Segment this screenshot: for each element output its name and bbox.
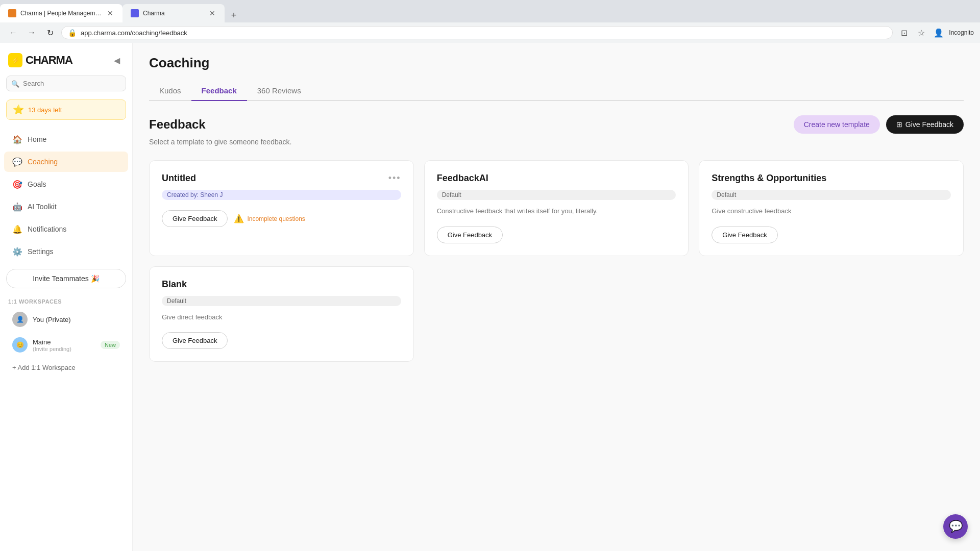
profile-icon[interactable]: 👤: [932, 26, 946, 40]
page-title: Coaching: [149, 55, 964, 71]
home-label: Home: [28, 135, 46, 143]
section-title: Feedback: [149, 117, 206, 132]
card-untitled-menu[interactable]: •••: [388, 173, 401, 184]
card-feedbackai: FeedbackAI Default Constructive feedback…: [424, 160, 689, 256]
sidebar: ⚡ CHARMA ◀ 🔍 ⭐ 13 days left 🏠 Home 💬 Coa…: [0, 43, 133, 551]
workspace-maine[interactable]: 😊 Maine (Invite pending) New: [4, 333, 128, 357]
address-bar[interactable]: 🔒: [61, 26, 893, 39]
sidebar-item-home[interactable]: 🏠 Home: [4, 129, 128, 149]
workspaces-section-label: 1:1 Workspaces: [0, 294, 132, 307]
goals-label: Goals: [28, 180, 46, 188]
ai-toolkit-icon: 🤖: [12, 202, 22, 212]
warning-icon: ⚠️: [234, 214, 244, 223]
section-subtitle: Select a template to give someone feedba…: [149, 138, 964, 146]
card-strengths-give-feedback-button[interactable]: Give Feedback: [712, 227, 777, 243]
lock-icon: 🔒: [68, 29, 77, 37]
ai-toolkit-label: AI Toolkit: [28, 203, 57, 211]
new-tab-button[interactable]: +: [227, 8, 241, 22]
tab-close-1[interactable]: ✕: [106, 8, 114, 18]
add-workspace-button[interactable]: + Add 1:1 Workspace: [4, 360, 128, 375]
invite-teammates-button[interactable]: Invite Teammates 🎉: [6, 269, 126, 288]
coaching-label: Coaching: [28, 158, 58, 166]
sidebar-item-coaching[interactable]: 💬 Coaching: [4, 152, 128, 172]
main-content: Coaching Kudos Feedback 360 Reviews Feed…: [133, 43, 980, 551]
sidebar-collapse-button[interactable]: ◀: [110, 53, 124, 67]
card-feedbackai-give-feedback-button[interactable]: Give Feedback: [437, 227, 503, 243]
card-feedbackai-badge: Default: [437, 190, 676, 200]
card-blank-badge: Default: [162, 296, 401, 306]
invite-label: Invite Teammates 🎉: [33, 274, 99, 283]
card-strengths-title: Strengths & Opportunities: [712, 173, 826, 184]
workspace-avatar-maine: 😊: [12, 337, 28, 353]
workspace-sub-maine: (Invite pending): [33, 346, 95, 352]
trial-text: 13 days left: [28, 106, 62, 114]
sidebar-item-settings[interactable]: ⚙️ Settings: [4, 241, 128, 262]
search-icon: 🔍: [11, 80, 19, 87]
sidebar-item-goals[interactable]: 🎯 Goals: [4, 174, 128, 194]
card-untitled-title: Untitled: [162, 173, 196, 184]
cast-icon[interactable]: ⊡: [897, 26, 911, 40]
workspace-avatar-private: 👤: [12, 312, 28, 327]
card-strengths: Strengths & Opportunities Default Give c…: [699, 160, 964, 256]
tab-favicon-2: [131, 9, 139, 17]
browser-tab-1[interactable]: Charma | People Management S... ✕: [0, 4, 122, 22]
card-untitled-give-feedback-button[interactable]: Give Feedback: [162, 210, 228, 227]
tab-feedback[interactable]: Feedback: [191, 81, 247, 100]
card-untitled: Untitled ••• Created by: Sheen J Give Fe…: [149, 160, 414, 256]
sidebar-search: 🔍: [6, 76, 126, 91]
card-untitled-header: Untitled •••: [162, 173, 401, 184]
section-header: Feedback Create new template ⊞ Give Feed…: [149, 115, 964, 134]
card-blank-description: Give direct feedback: [162, 312, 401, 322]
workspace-info-private: You (Private): [33, 316, 120, 323]
give-feedback-icon: ⊞: [896, 120, 902, 129]
tab-close-2[interactable]: ✕: [208, 8, 216, 18]
card-untitled-footer: Give Feedback ⚠️ Incomplete questions: [162, 210, 401, 227]
settings-icon: ⚙️: [12, 246, 22, 257]
bookmark-icon[interactable]: ☆: [914, 26, 928, 40]
give-feedback-header-button[interactable]: ⊞ Give Feedback: [886, 115, 964, 134]
search-input[interactable]: [6, 76, 126, 91]
tab-title-1: Charma | People Management S...: [20, 10, 102, 17]
goals-icon: 🎯: [12, 179, 22, 189]
add-workspace-label: + Add 1:1 Workspace: [12, 364, 76, 371]
sidebar-item-notifications[interactable]: 🔔 Notifications: [4, 219, 128, 239]
trial-icon: ⭐: [13, 104, 24, 115]
card-blank-give-feedback-button[interactable]: Give Feedback: [162, 332, 228, 349]
notifications-label: Notifications: [28, 225, 66, 233]
browser-controls: ← → ↻ 🔒 ⊡ ☆ 👤 Incognito: [0, 22, 980, 43]
card-feedbackai-title: FeedbackAI: [437, 173, 488, 184]
card-blank-header: Blank: [162, 279, 401, 290]
app-layout: ⚡ CHARMA ◀ 🔍 ⭐ 13 days left 🏠 Home 💬 Coa…: [0, 43, 980, 551]
cards-grid: Untitled ••• Created by: Sheen J Give Fe…: [149, 160, 964, 362]
card-strengths-footer: Give Feedback: [712, 227, 951, 243]
card-feedbackai-description: Constructive feedback that writes itself…: [437, 206, 676, 216]
sidebar-item-ai-toolkit[interactable]: 🤖 AI Toolkit: [4, 196, 128, 217]
header-actions: Create new template ⊞ Give Feedback: [794, 115, 964, 134]
coaching-icon: 💬: [12, 157, 22, 167]
forward-button[interactable]: →: [24, 26, 39, 40]
card-strengths-badge: Default: [712, 190, 951, 200]
card-untitled-badge: Created by: Sheen J: [162, 190, 401, 200]
tabs: Kudos Feedback 360 Reviews: [149, 81, 964, 101]
workspace-private[interactable]: 👤 You (Private): [4, 308, 128, 331]
workspace-info-maine: Maine (Invite pending): [33, 338, 95, 352]
give-feedback-header-label: Give Feedback: [905, 120, 953, 129]
browser-right-icons: ⊡ ☆ 👤 Incognito: [897, 26, 974, 40]
refresh-button[interactable]: ↻: [43, 26, 57, 40]
card-strengths-header: Strengths & Opportunities: [712, 173, 951, 184]
card-strengths-description: Give constructive feedback: [712, 206, 951, 216]
back-button[interactable]: ←: [6, 26, 20, 40]
browser-chrome: Charma | People Management S... ✕ Charma…: [0, 0, 980, 43]
card-blank: Blank Default Give direct feedback Give …: [149, 266, 414, 362]
incognito-badge: Incognito: [949, 29, 974, 36]
floating-chat-button[interactable]: 💬: [943, 514, 968, 539]
create-new-template-button[interactable]: Create new template: [794, 115, 880, 134]
tab-kudos[interactable]: Kudos: [149, 81, 191, 100]
tab-360-reviews[interactable]: 360 Reviews: [247, 81, 311, 100]
address-input[interactable]: [81, 29, 886, 37]
browser-tab-2[interactable]: Charma ✕: [122, 4, 225, 22]
workspace-name-maine: Maine: [33, 338, 95, 346]
logo: ⚡ CHARMA: [8, 53, 72, 67]
workspace-name-private: You (Private): [33, 316, 120, 323]
home-icon: 🏠: [12, 134, 22, 144]
